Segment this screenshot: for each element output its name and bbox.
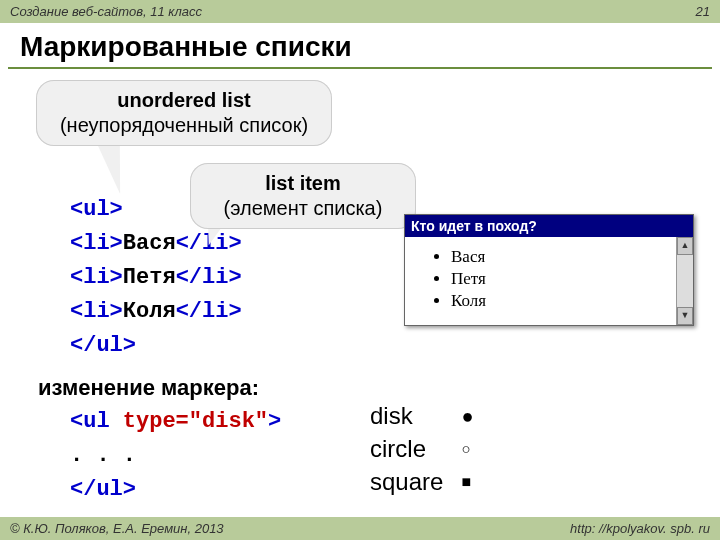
disk-icon: ● (453, 400, 481, 431)
slide-title: Маркированные списки (0, 23, 720, 67)
table-row: square ■ (362, 466, 481, 497)
browser-preview: Кто идет в поход? Вася Петя Коля ▲ ▼ (404, 214, 694, 326)
browser-body: Вася Петя Коля ▲ ▼ (405, 237, 693, 325)
rendered-list: Вася Петя Коля (433, 247, 676, 311)
slide-header: Создание веб-сайтов, 11 класс 21 (0, 0, 720, 23)
course-label: Создание веб-сайтов, 11 класс (10, 4, 202, 19)
marker-name: circle (362, 433, 451, 464)
page-number: 21 (696, 4, 710, 19)
scrollbar[interactable]: ▲ ▼ (676, 237, 693, 325)
scroll-up-icon[interactable]: ▲ (677, 237, 693, 255)
code-line: <ul type="disk"> (70, 405, 281, 439)
marker-name: disk (362, 400, 451, 431)
code-line: <li>Коля</li> (70, 295, 242, 329)
title-rule (8, 67, 712, 69)
callout-translation: (неупорядоченный список) (54, 113, 314, 138)
code-line: </ul> (70, 473, 281, 507)
callout-term: unordered list (54, 88, 314, 113)
code-line: . . . (70, 439, 281, 473)
code-example-type: <ul type="disk"> . . . </ul> (70, 405, 281, 507)
callout-unordered-list: unordered list (неупорядоченный список) (36, 80, 332, 146)
list-item: Вася (451, 247, 676, 267)
list-item: Коля (451, 291, 676, 311)
table-row: circle ○ (362, 433, 481, 464)
list-item: Петя (451, 269, 676, 289)
code-line: </ul> (70, 329, 242, 363)
callout-term: list item (208, 171, 398, 196)
callout-translation: (элемент списка) (208, 196, 398, 221)
footer-url: http: //kpolyakov. spb. ru (570, 521, 710, 536)
marker-types-table: disk ● circle ○ square ■ (360, 398, 483, 500)
callout-list-item: list item (элемент списка) (190, 163, 416, 229)
slide-footer: © К.Ю. Поляков, Е.А. Еремин, 2013 http: … (0, 517, 720, 540)
section-marker-change: изменение маркера: (38, 375, 259, 401)
browser-titlebar: Кто идет в поход? (405, 215, 693, 237)
code-line: <li>Петя</li> (70, 261, 242, 295)
marker-name: square (362, 466, 451, 497)
circle-icon: ○ (453, 433, 481, 464)
square-icon: ■ (453, 466, 481, 497)
scroll-down-icon[interactable]: ▼ (677, 307, 693, 325)
table-row: disk ● (362, 400, 481, 431)
copyright: © К.Ю. Поляков, Е.А. Еремин, 2013 (10, 521, 224, 536)
